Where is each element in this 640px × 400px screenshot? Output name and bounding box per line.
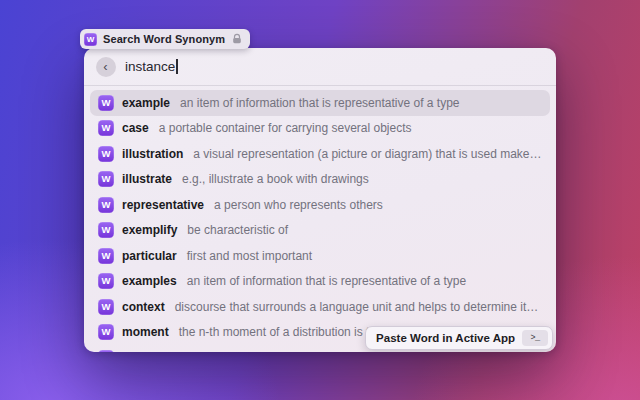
w-icon: W xyxy=(98,248,114,264)
paste-word-action-button[interactable]: Paste Word in Active App >_ xyxy=(365,326,553,350)
results-list: W example an item of information that is… xyxy=(84,86,556,352)
extension-badge-label: Search Word Synonym xyxy=(103,33,225,45)
w-icon: W xyxy=(98,324,114,340)
result-word: particular xyxy=(122,249,177,263)
w-icon: W xyxy=(98,171,114,187)
word-synonym-app-icon: W xyxy=(84,33,97,46)
w-icon: W xyxy=(98,120,114,136)
search-query-text: instance xyxy=(125,59,175,74)
w-icon: W xyxy=(98,273,114,289)
result-row-example[interactable]: W example an item of information that is… xyxy=(90,90,550,116)
action-label: Paste Word in Active App xyxy=(376,332,515,344)
result-word: exemplify xyxy=(122,223,177,237)
result-definition: e.g., illustrate a book with drawings xyxy=(180,172,542,186)
w-icon: W xyxy=(98,299,114,315)
result-definition: discourse that surrounds a language unit… xyxy=(173,300,542,314)
w-icon: W xyxy=(98,350,114,352)
w-icon: W xyxy=(98,222,114,238)
text-caret xyxy=(176,59,178,74)
launcher-window: ‹ instance W example an item of informat… xyxy=(84,48,556,352)
w-icon: W xyxy=(98,146,114,162)
result-definition: first and most important xyxy=(185,249,542,263)
result-row-illustrate[interactable]: W illustrate e.g., illustrate a book wit… xyxy=(90,167,550,193)
result-word: illustrate xyxy=(122,172,172,186)
result-row-context[interactable]: W context discourse that surrounds a lan… xyxy=(90,294,550,320)
result-word: case xyxy=(122,121,149,135)
result-row-exemplify[interactable]: W exemplify be characteristic of xyxy=(90,218,550,244)
lock-icon xyxy=(231,33,243,45)
w-icon: W xyxy=(98,95,114,111)
result-word: illustration xyxy=(122,147,183,161)
result-word: moment xyxy=(122,325,169,339)
result-row-representative[interactable]: W representative a person who represents… xyxy=(90,192,550,218)
search-input[interactable]: instance xyxy=(125,59,178,74)
result-definition: an item of information that is represent… xyxy=(178,96,542,110)
result-word: example xyxy=(122,96,170,110)
shortcut-keycap: >_ xyxy=(522,330,548,346)
result-word: context xyxy=(122,300,165,314)
extension-badge[interactable]: W Search Word Synonym xyxy=(80,29,250,49)
result-row-examples[interactable]: W examples an item of information that i… xyxy=(90,269,550,295)
result-definition: an item of information that is represent… xyxy=(185,274,542,288)
result-word: representative xyxy=(122,198,204,212)
result-definition: be characteristic of xyxy=(185,223,542,237)
result-definition: a person who represents others xyxy=(212,198,542,212)
back-button[interactable]: ‹ xyxy=(96,57,116,77)
w-icon: W xyxy=(98,197,114,213)
search-bar: ‹ instance xyxy=(84,48,556,86)
result-definition: a portable container for carrying severa… xyxy=(157,121,542,135)
result-definition: a visual representation (a picture or di… xyxy=(191,147,542,161)
result-word: examples xyxy=(122,274,177,288)
result-row-illustration[interactable]: W illustration a visual representation (… xyxy=(90,141,550,167)
result-row-particular[interactable]: W particular first and most important xyxy=(90,243,550,269)
result-row-case[interactable]: W case a portable container for carrying… xyxy=(90,116,550,142)
